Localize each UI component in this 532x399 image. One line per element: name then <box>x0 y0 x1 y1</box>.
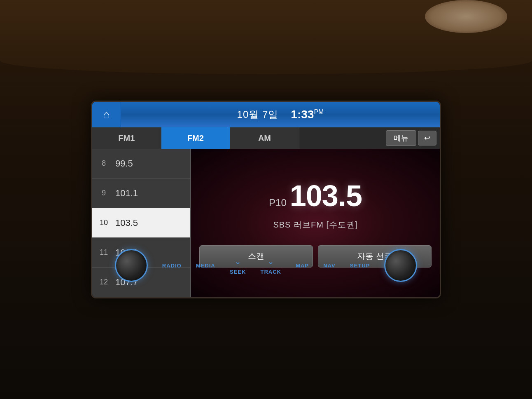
station-name: SBS 러브FM [수도권] <box>273 219 357 230</box>
tab-fm1[interactable]: FM1 <box>92 127 161 149</box>
time-display: 1:33PM <box>291 108 324 121</box>
track-icon: ⌄ <box>267 256 274 266</box>
home-icon: ⌂ <box>103 108 110 121</box>
station-item-8[interactable]: 8 99.5 <box>92 149 190 178</box>
back-button[interactable]: ↩ <box>418 131 436 146</box>
radio-button[interactable]: RADIO <box>162 263 182 269</box>
dashboard: ⌂ 10월 7일 1:33PM FM1 FM2 <box>0 0 532 399</box>
media-button[interactable]: MEDIA <box>196 263 215 269</box>
tab-am[interactable]: AM <box>230 127 299 149</box>
date-display: 10월 7일 <box>237 108 279 121</box>
fluffy-object <box>425 0 507 33</box>
setup-button[interactable]: SETUP <box>350 263 370 269</box>
station-num-9: 9 <box>99 189 109 197</box>
header-bar: ⌂ 10월 7일 1:33PM <box>92 102 440 127</box>
tab-fm2[interactable]: FM2 <box>161 127 231 149</box>
home-button[interactable]: ⌂ <box>92 102 121 127</box>
seek-button[interactable]: ⌄ SEEK <box>230 256 246 275</box>
tune-knob[interactable] <box>384 249 417 282</box>
track-button[interactable]: ⌄ TRACK <box>260 256 281 275</box>
tab-bar: FM1 FM2 AM 메뉴 ↩ <box>92 127 440 149</box>
station-num-10: 10 <box>99 218 109 227</box>
nav-button[interactable]: NAV <box>323 263 335 269</box>
station-freq-8: 99.5 <box>115 158 133 169</box>
center-unit: ⌂ 10월 7일 1:33PM FM1 FM2 <box>91 101 441 298</box>
map-button[interactable]: MAP <box>296 263 309 269</box>
vol-knob[interactable] <box>115 249 148 282</box>
station-freq-10: 103.5 <box>115 218 138 228</box>
station-num-8: 8 <box>99 159 109 168</box>
bottom-controls: RADIO MEDIA ⌄ SEEK ⌄ TRACK MAP NAV SETUP <box>91 232 441 298</box>
menu-button[interactable]: 메뉴 <box>386 130 416 146</box>
station-freq-9: 101.1 <box>115 188 138 199</box>
frequency-display: P10 103.5 <box>269 179 362 213</box>
frequency-number: 103.5 <box>290 179 362 213</box>
seek-icon: ⌄ <box>234 256 241 266</box>
tab-spacer: 메뉴 ↩ <box>299 127 440 149</box>
date-time-display: 10월 7일 1:33PM <box>121 108 440 121</box>
station-item-9[interactable]: 9 101.1 <box>92 178 190 208</box>
preset-number: P10 <box>269 197 287 209</box>
